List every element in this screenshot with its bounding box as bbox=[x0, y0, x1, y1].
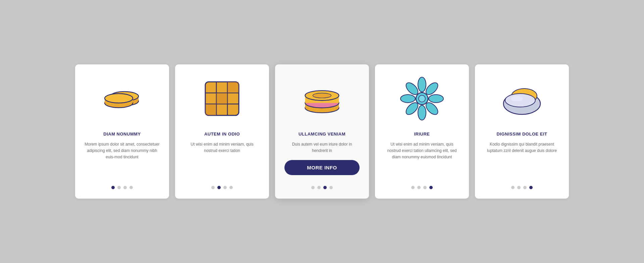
card-4-title: IRIURE bbox=[414, 132, 430, 137]
card-5: DIGNISSIM DOLOE EIT Kodio dignissim qui … bbox=[475, 64, 569, 199]
dot bbox=[117, 186, 121, 189]
dot bbox=[529, 186, 533, 189]
svg-rect-13 bbox=[227, 82, 239, 93]
svg-point-27 bbox=[400, 95, 415, 103]
card-1: DIAM NONUMMY Morem ipsum dolor sit amet,… bbox=[75, 64, 169, 199]
wheel-icon bbox=[384, 75, 460, 122]
dot bbox=[423, 186, 427, 189]
svg-point-5 bbox=[105, 94, 133, 103]
svg-point-20 bbox=[313, 93, 331, 98]
more-info-button[interactable]: MORE INFO bbox=[284, 160, 360, 175]
dot bbox=[223, 186, 227, 189]
dot bbox=[123, 186, 127, 189]
coin-icon bbox=[85, 75, 160, 122]
dot bbox=[229, 186, 233, 189]
svg-point-30 bbox=[419, 95, 425, 102]
card-1-dots bbox=[111, 186, 133, 189]
dot bbox=[311, 186, 315, 189]
card-4-text: Ut wisi enim ad minim veniam, quis nostr… bbox=[384, 141, 460, 178]
card-2-text: Ut wisi enim ad minim veniam, quis nostr… bbox=[184, 141, 260, 178]
card-1-text: Morem ipsum dolor sit amet, consectetuer… bbox=[85, 141, 160, 178]
dot bbox=[111, 186, 115, 189]
svg-point-34 bbox=[511, 96, 523, 101]
dot bbox=[129, 186, 133, 189]
cards-container: DIAM NONUMMY Morem ipsum dolor sit amet,… bbox=[55, 51, 589, 212]
card-3-title: ULLAMCING VENIAM bbox=[299, 132, 345, 137]
dot bbox=[417, 186, 421, 189]
dot bbox=[511, 186, 515, 189]
card-3-text: Duis autem vel eum iriure dolor in hendr… bbox=[284, 141, 360, 154]
svg-point-25 bbox=[418, 105, 426, 120]
card-4-dots bbox=[411, 186, 433, 189]
dot bbox=[211, 186, 215, 189]
dot bbox=[411, 186, 415, 189]
card-5-title: DIGNISSIM DOLOE EIT bbox=[496, 132, 547, 137]
svg-point-21 bbox=[418, 77, 426, 92]
dot bbox=[329, 186, 333, 189]
dot bbox=[517, 186, 521, 189]
waffle-icon bbox=[184, 75, 260, 122]
card-4: IRIURE Ut wisi enim ad minim veniam, qui… bbox=[375, 64, 469, 199]
svg-rect-12 bbox=[205, 104, 216, 115]
dot bbox=[429, 186, 433, 189]
card-2-dots bbox=[211, 186, 233, 189]
disc-icon bbox=[284, 75, 360, 122]
card-2-title: AUTEM IN ODIO bbox=[204, 132, 240, 137]
card-3-dots bbox=[311, 186, 333, 189]
dot bbox=[523, 186, 527, 189]
dot bbox=[323, 186, 327, 189]
dot bbox=[317, 186, 321, 189]
mochi-icon bbox=[484, 75, 559, 122]
svg-point-23 bbox=[429, 95, 443, 103]
card-2: AUTEM IN ODIO Ut wisi enim ad minim veni… bbox=[175, 64, 269, 199]
card-5-text: Kodio dignissim qui blandit praesent lup… bbox=[484, 141, 559, 178]
card-1-title: DIAM NONUMMY bbox=[103, 132, 141, 137]
dot bbox=[217, 186, 221, 189]
svg-rect-11 bbox=[216, 93, 227, 104]
card-3: ULLAMCING VENIAM Duis autem vel eum iriu… bbox=[275, 64, 369, 199]
card-5-dots bbox=[511, 186, 533, 189]
